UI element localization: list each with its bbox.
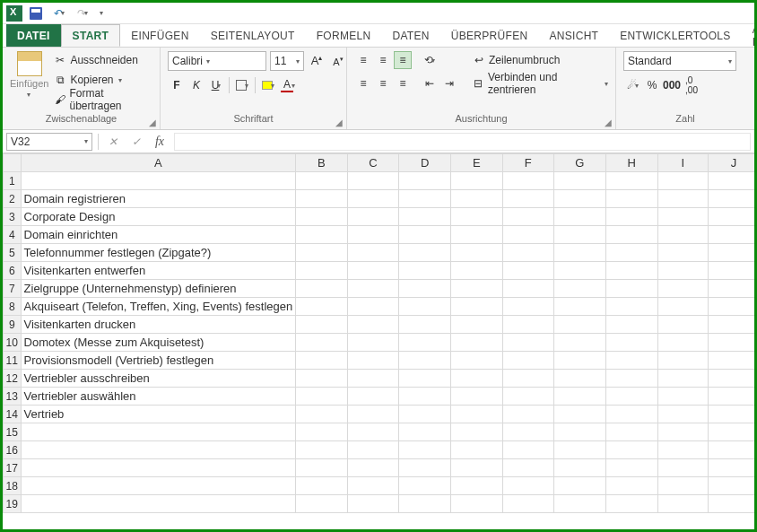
cell[interactable] bbox=[347, 370, 399, 388]
cell[interactable] bbox=[347, 172, 399, 190]
row-header[interactable]: 19 bbox=[4, 495, 22, 513]
cell[interactable] bbox=[451, 441, 502, 459]
cell[interactable] bbox=[399, 352, 451, 370]
cell[interactable] bbox=[709, 208, 754, 226]
cell[interactable] bbox=[709, 352, 754, 370]
row-header[interactable]: 2 bbox=[4, 190, 22, 208]
cell[interactable] bbox=[502, 477, 553, 495]
cell[interactable] bbox=[451, 262, 502, 280]
cell[interactable] bbox=[399, 244, 451, 262]
cell[interactable] bbox=[347, 262, 399, 280]
cell[interactable] bbox=[709, 280, 754, 298]
tab-addins[interactable]: ADD-IN bbox=[742, 24, 757, 47]
cell[interactable] bbox=[451, 172, 502, 190]
cell[interactable] bbox=[296, 226, 347, 244]
cell[interactable] bbox=[657, 298, 709, 316]
cell[interactable] bbox=[553, 280, 605, 298]
cell[interactable] bbox=[399, 334, 451, 352]
cell[interactable] bbox=[347, 244, 399, 262]
row-header[interactable]: 12 bbox=[4, 370, 22, 388]
cell[interactable]: Vertriebler ausschreiben bbox=[21, 370, 296, 388]
cell[interactable] bbox=[296, 477, 347, 495]
cell[interactable] bbox=[657, 495, 709, 513]
cell[interactable] bbox=[709, 388, 754, 406]
cell[interactable]: Provisionsmodell (Vertrieb) festlegen bbox=[21, 352, 296, 370]
cell[interactable] bbox=[605, 208, 657, 226]
decrease-indent-button[interactable]: ⇤ bbox=[421, 74, 439, 92]
increase-font-button[interactable]: A▴ bbox=[308, 52, 326, 70]
cell[interactable] bbox=[605, 316, 657, 334]
cell[interactable] bbox=[657, 244, 709, 262]
cell[interactable] bbox=[709, 477, 754, 495]
cell[interactable] bbox=[399, 262, 451, 280]
clipboard-launcher-icon[interactable]: ◢ bbox=[149, 118, 156, 127]
cell[interactable] bbox=[347, 459, 399, 477]
paste-button[interactable]: Einfügen ▾ bbox=[10, 51, 48, 99]
cell[interactable]: Domain einrichten bbox=[21, 226, 296, 244]
cell[interactable] bbox=[399, 459, 451, 477]
cell[interactable] bbox=[451, 459, 502, 477]
cell[interactable] bbox=[21, 172, 296, 190]
alignment-launcher-icon[interactable]: ◢ bbox=[605, 118, 612, 127]
increase-decimal-button[interactable]: ,0,00 bbox=[683, 76, 700, 94]
col-header-e[interactable]: E bbox=[451, 154, 502, 172]
row-header[interactable]: 10 bbox=[4, 334, 22, 352]
cell[interactable] bbox=[502, 244, 553, 262]
cell[interactable] bbox=[605, 172, 657, 190]
cell[interactable] bbox=[451, 495, 502, 513]
cell[interactable]: Domotex (Messe zum Akquisetest) bbox=[21, 334, 296, 352]
cell[interactable] bbox=[296, 208, 347, 226]
cell[interactable] bbox=[296, 262, 347, 280]
cell[interactable] bbox=[553, 388, 605, 406]
cell[interactable] bbox=[657, 262, 709, 280]
accounting-format-button[interactable]: ☄▾ bbox=[623, 76, 641, 94]
cell[interactable] bbox=[657, 423, 709, 441]
cell[interactable] bbox=[347, 441, 399, 459]
cell[interactable] bbox=[502, 459, 553, 477]
cell[interactable] bbox=[399, 298, 451, 316]
cell[interactable] bbox=[605, 262, 657, 280]
cell[interactable] bbox=[657, 370, 709, 388]
bold-button[interactable]: F bbox=[168, 76, 186, 94]
qat-customize-icon[interactable]: ▾ bbox=[100, 9, 103, 17]
col-header-h[interactable]: H bbox=[605, 154, 657, 172]
align-right-button[interactable]: ≡ bbox=[394, 74, 412, 92]
cell[interactable] bbox=[502, 495, 553, 513]
cell[interactable] bbox=[657, 226, 709, 244]
cell[interactable]: Corporate Design bbox=[21, 208, 296, 226]
cell[interactable] bbox=[347, 477, 399, 495]
cell[interactable] bbox=[347, 352, 399, 370]
row-header[interactable]: 11 bbox=[4, 352, 22, 370]
cell[interactable] bbox=[296, 388, 347, 406]
cell[interactable] bbox=[657, 172, 709, 190]
cell[interactable] bbox=[605, 352, 657, 370]
redo-button[interactable]: ↷▾ bbox=[73, 4, 92, 22]
wrap-text-button[interactable]: ↩ Zeilenumbruch bbox=[473, 51, 608, 69]
row-header[interactable]: 1 bbox=[4, 172, 22, 190]
col-header-a[interactable]: A bbox=[21, 154, 296, 172]
cell[interactable] bbox=[347, 423, 399, 441]
col-header-g[interactable]: G bbox=[553, 154, 605, 172]
increase-indent-button[interactable]: ⇥ bbox=[440, 74, 458, 92]
cell[interactable] bbox=[21, 459, 296, 477]
cell[interactable] bbox=[451, 352, 502, 370]
cell[interactable] bbox=[553, 459, 605, 477]
cell[interactable] bbox=[296, 172, 347, 190]
cell[interactable] bbox=[399, 190, 451, 208]
cell[interactable] bbox=[502, 316, 553, 334]
cell[interactable] bbox=[296, 190, 347, 208]
cell[interactable] bbox=[605, 190, 657, 208]
cell[interactable] bbox=[657, 352, 709, 370]
cell[interactable] bbox=[709, 441, 754, 459]
cell[interactable] bbox=[399, 316, 451, 334]
cell[interactable] bbox=[657, 280, 709, 298]
cell[interactable] bbox=[502, 262, 553, 280]
row-header[interactable]: 6 bbox=[4, 262, 22, 280]
cell[interactable] bbox=[399, 226, 451, 244]
cell[interactable] bbox=[709, 334, 754, 352]
cell[interactable] bbox=[553, 441, 605, 459]
cell[interactable]: Domain registrieren bbox=[21, 190, 296, 208]
cell[interactable] bbox=[347, 316, 399, 334]
orientation-button[interactable]: ⟲▾ bbox=[421, 51, 439, 69]
cell[interactable] bbox=[657, 406, 709, 423]
